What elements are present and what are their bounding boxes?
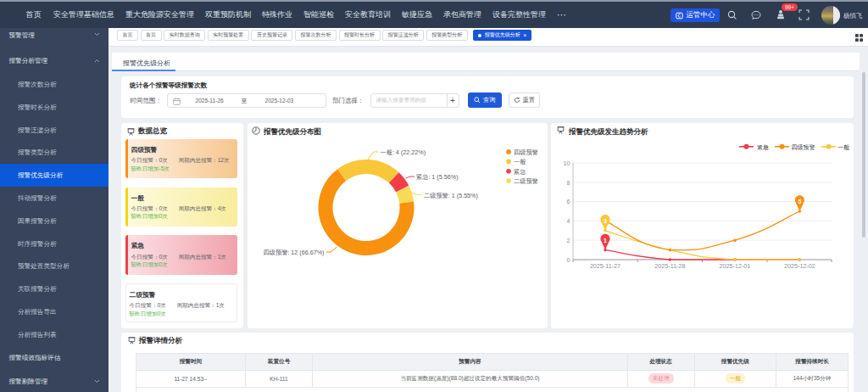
svg-text:一般: 一般 (514, 158, 526, 165)
svg-text:0: 0 (567, 255, 570, 263)
svg-text:6: 6 (567, 198, 570, 205)
svg-text:紧急: 紧急 (757, 143, 769, 149)
svg-text:2025-11-27: 2025-11-27 (590, 261, 620, 269)
svg-text:2: 2 (567, 237, 570, 244)
svg-text:4: 4 (567, 217, 570, 225)
svg-text:2025-12-01: 2025-12-01 (720, 261, 751, 269)
svg-text:2025-11-28: 2025-11-28 (654, 261, 685, 269)
svg-text:四级预警: 四级预警 (792, 143, 815, 150)
svg-text:四级预警: 四级预警 (514, 148, 538, 155)
svg-text:5: 5 (798, 199, 801, 204)
svg-text:10: 10 (564, 159, 570, 166)
svg-text:8: 8 (567, 178, 570, 186)
svg-text:紧急: 1 (5.56%): 紧急: 1 (5.56%) (416, 172, 459, 180)
svg-text:一般: 4 (22.22%): 一般: 4 (22.22%) (381, 148, 426, 156)
svg-text:紧急: 紧急 (514, 167, 526, 175)
svg-text:四级预警: 12 (66.67%): 四级预警: 12 (66.67%) (264, 248, 325, 255)
svg-text:2025-12-02: 2025-12-02 (784, 261, 815, 269)
svg-text:3: 3 (604, 217, 607, 223)
svg-text:1: 1 (604, 237, 607, 243)
svg-text:一般: 一般 (837, 143, 849, 150)
svg-text:二级预警: 二级预警 (514, 177, 538, 185)
svg-text:二级预警: 1 (5.55%): 二级预警: 1 (5.55%) (424, 191, 478, 199)
